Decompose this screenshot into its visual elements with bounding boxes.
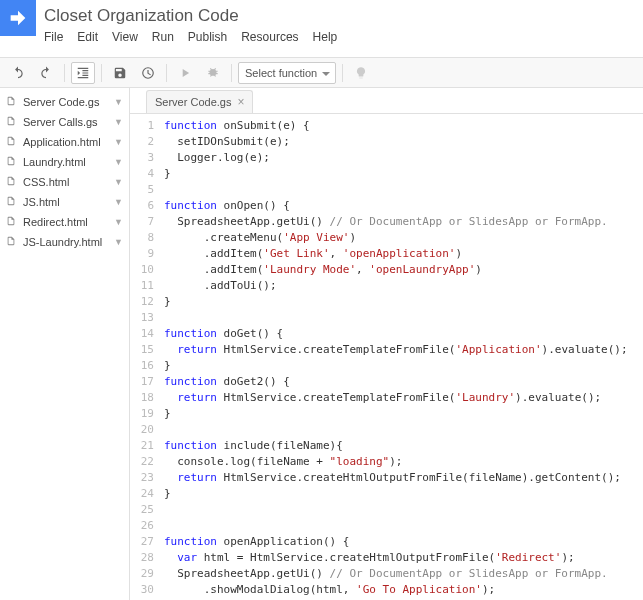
code-line[interactable]: 13: [130, 310, 643, 326]
file-item[interactable]: Application.html▼: [0, 132, 129, 152]
code-line[interactable]: 25: [130, 502, 643, 518]
code-line[interactable]: 15 return HtmlService.createTemplateFrom…: [130, 342, 643, 358]
line-source[interactable]: function onOpen() {: [164, 198, 643, 214]
line-source[interactable]: function doGet() {: [164, 326, 643, 342]
code-line[interactable]: 27function openApplication() {: [130, 534, 643, 550]
line-source[interactable]: var html = HtmlService.createHtmlOutputF…: [164, 550, 643, 566]
code-editor[interactable]: 1function onSubmit(e) {2 setIDOnSubmit(e…: [130, 114, 643, 600]
menu-publish[interactable]: Publish: [188, 30, 227, 44]
code-line[interactable]: 21function include(fileName){: [130, 438, 643, 454]
code-line[interactable]: 7 SpreadsheetApp.getUi() // Or DocumentA…: [130, 214, 643, 230]
code-line[interactable]: 10 .addItem('Laundry Mode', 'openLaundry…: [130, 262, 643, 278]
line-source[interactable]: function include(fileName){: [164, 438, 643, 454]
code-line[interactable]: 29 SpreadsheetApp.getUi() // Or Document…: [130, 566, 643, 582]
code-line[interactable]: 1function onSubmit(e) {: [130, 118, 643, 134]
menu-view[interactable]: View: [112, 30, 138, 44]
code-line[interactable]: 28 var html = HtmlService.createHtmlOutp…: [130, 550, 643, 566]
line-source[interactable]: .showModalDialog(html, 'Go To Applicatio…: [164, 582, 643, 598]
code-line[interactable]: 20: [130, 422, 643, 438]
line-source[interactable]: function onSubmit(e) {: [164, 118, 643, 134]
code-line[interactable]: 11 .addToUi();: [130, 278, 643, 294]
chevron-down-icon[interactable]: ▼: [114, 97, 123, 107]
code-line[interactable]: 9 .addItem('Get Link', 'openApplication'…: [130, 246, 643, 262]
line-source[interactable]: }: [164, 358, 643, 374]
file-item[interactable]: Laundry.html▼: [0, 152, 129, 172]
code-line[interactable]: 12}: [130, 294, 643, 310]
app-logo[interactable]: [0, 0, 36, 36]
code-line[interactable]: 19}: [130, 406, 643, 422]
line-source[interactable]: return HtmlService.createTemplateFromFil…: [164, 390, 643, 406]
file-item[interactable]: JS-Laundry.html▼: [0, 232, 129, 252]
close-icon[interactable]: ×: [237, 95, 244, 109]
line-source[interactable]: setIDOnSubmit(e);: [164, 134, 643, 150]
menu-edit[interactable]: Edit: [77, 30, 98, 44]
line-source[interactable]: }: [164, 406, 643, 422]
line-source[interactable]: [164, 502, 643, 518]
line-source[interactable]: function doGet2() {: [164, 374, 643, 390]
line-source[interactable]: SpreadsheetApp.getUi() // Or DocumentApp…: [164, 566, 643, 582]
code-line[interactable]: 8 .createMenu('App View'): [130, 230, 643, 246]
code-line[interactable]: 24}: [130, 486, 643, 502]
file-item[interactable]: JS.html▼: [0, 192, 129, 212]
code-line[interactable]: 16}: [130, 358, 643, 374]
code-line[interactable]: 17function doGet2() {: [130, 374, 643, 390]
indent-button[interactable]: [71, 62, 95, 84]
file-item[interactable]: Redirect.html▼: [0, 212, 129, 232]
redo-button[interactable]: [34, 62, 58, 84]
line-source[interactable]: [164, 422, 643, 438]
function-selector[interactable]: Select function: [238, 62, 336, 84]
line-source[interactable]: .addItem('Laundry Mode', 'openLaundryApp…: [164, 262, 643, 278]
line-source[interactable]: [164, 182, 643, 198]
chevron-down-icon[interactable]: ▼: [114, 177, 123, 187]
separator: [101, 64, 102, 82]
line-source[interactable]: .addToUi();: [164, 278, 643, 294]
code-line[interactable]: 30 .showModalDialog(html, 'Go To Applica…: [130, 582, 643, 598]
line-source[interactable]: .addItem('Get Link', 'openApplication'): [164, 246, 643, 262]
code-line[interactable]: 6function onOpen() {: [130, 198, 643, 214]
line-source[interactable]: }: [164, 486, 643, 502]
line-source[interactable]: return HtmlService.createHtmlOutputFromF…: [164, 470, 643, 486]
menu-resources[interactable]: Resources: [241, 30, 298, 44]
code-line[interactable]: 18 return HtmlService.createTemplateFrom…: [130, 390, 643, 406]
file-icon: [6, 115, 18, 129]
clock-button[interactable]: [136, 62, 160, 84]
menu-file[interactable]: File: [44, 30, 63, 44]
code-line[interactable]: 26: [130, 518, 643, 534]
line-source[interactable]: [164, 310, 643, 326]
chevron-down-icon[interactable]: ▼: [114, 137, 123, 147]
line-source[interactable]: }: [164, 166, 643, 182]
code-line[interactable]: 3 Logger.log(e);: [130, 150, 643, 166]
chevron-down-icon[interactable]: ▼: [114, 217, 123, 227]
code-line[interactable]: 22 console.log(fileName + "loading");: [130, 454, 643, 470]
line-source[interactable]: console.log(fileName + "loading");: [164, 454, 643, 470]
run-button[interactable]: [173, 62, 197, 84]
chevron-down-icon[interactable]: ▼: [114, 117, 123, 127]
file-item[interactable]: Server Code.gs▼: [0, 92, 129, 112]
line-source[interactable]: .createMenu('App View'): [164, 230, 643, 246]
line-source[interactable]: Logger.log(e);: [164, 150, 643, 166]
project-title[interactable]: Closet Organization Code: [44, 4, 643, 30]
chevron-down-icon[interactable]: ▼: [114, 237, 123, 247]
line-source[interactable]: return HtmlService.createTemplateFromFil…: [164, 342, 643, 358]
undo-button[interactable]: [6, 62, 30, 84]
tab-server-code[interactable]: Server Code.gs ×: [146, 90, 253, 113]
code-line[interactable]: 4}: [130, 166, 643, 182]
line-source[interactable]: }: [164, 294, 643, 310]
debug-button[interactable]: [201, 62, 225, 84]
code-line[interactable]: 23 return HtmlService.createHtmlOutputFr…: [130, 470, 643, 486]
code-line[interactable]: 2 setIDOnSubmit(e);: [130, 134, 643, 150]
chevron-down-icon[interactable]: ▼: [114, 157, 123, 167]
file-item[interactable]: Server Calls.gs▼: [0, 112, 129, 132]
save-button[interactable]: [108, 62, 132, 84]
lightbulb-button[interactable]: [349, 62, 373, 84]
code-line[interactable]: 5: [130, 182, 643, 198]
line-source[interactable]: [164, 518, 643, 534]
separator: [342, 64, 343, 82]
menu-help[interactable]: Help: [313, 30, 338, 44]
chevron-down-icon[interactable]: ▼: [114, 197, 123, 207]
menu-run[interactable]: Run: [152, 30, 174, 44]
line-source[interactable]: SpreadsheetApp.getUi() // Or DocumentApp…: [164, 214, 643, 230]
file-item[interactable]: CSS.html▼: [0, 172, 129, 192]
code-line[interactable]: 14function doGet() {: [130, 326, 643, 342]
line-source[interactable]: function openApplication() {: [164, 534, 643, 550]
